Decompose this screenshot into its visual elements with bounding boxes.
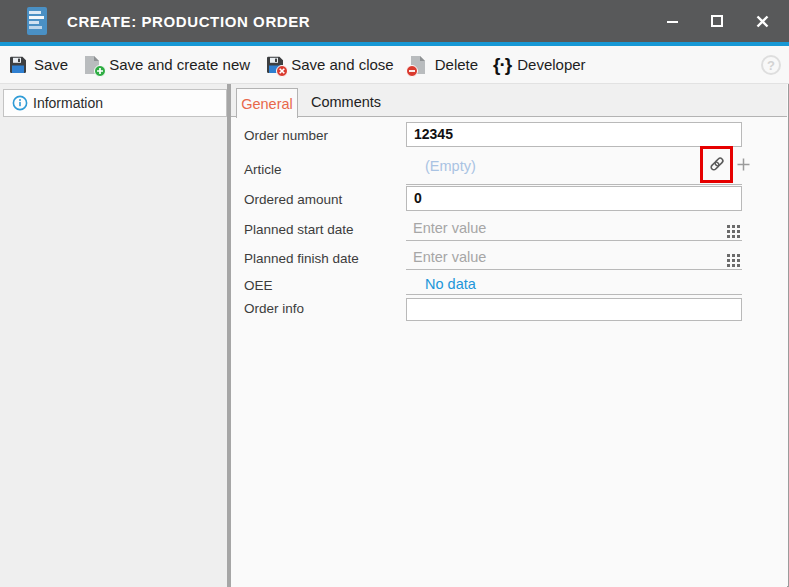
order-number-label: Order number <box>244 128 328 143</box>
save-and-close-button[interactable]: Save and close <box>265 55 394 75</box>
form-panel: General Comments Order number 12345 Arti… <box>231 84 787 587</box>
maximize-icon <box>711 15 723 27</box>
ordered-amount-label: Ordered amount <box>244 192 342 207</box>
tab-comments[interactable]: Comments <box>311 88 381 116</box>
save-and-create-new-icon <box>83 55 103 75</box>
tab-strip: General Comments <box>231 84 787 117</box>
maximize-button[interactable] <box>702 6 732 36</box>
information-label: Information <box>33 95 103 111</box>
finish-date-picker-grid-icon[interactable] <box>727 254 740 267</box>
delete-icon <box>409 55 429 75</box>
save-and-create-new-button[interactable]: Save and create new <box>83 55 250 75</box>
planned-finish-date-label: Planned finish date <box>244 251 359 266</box>
planned-start-date-underline <box>406 240 742 241</box>
close-icon <box>756 15 769 28</box>
planned-start-date-input[interactable]: Enter value <box>413 220 486 236</box>
oee-label: OEE <box>244 278 273 293</box>
tab-general[interactable]: General <box>236 88 298 118</box>
create-production-order-window: CREATE: PRODUCTION ORDER Save <box>0 0 789 587</box>
help-icon[interactable]: ? <box>761 55 781 75</box>
save-label: Save <box>34 56 68 73</box>
minimize-icon <box>666 15 679 28</box>
start-date-picker-grid-icon[interactable] <box>727 225 740 238</box>
article-add-icon[interactable] <box>737 158 750 171</box>
article-label: Article <box>244 162 282 177</box>
order-info-label: Order info <box>244 301 304 316</box>
cross-badge-icon <box>276 65 288 77</box>
article-field-underline <box>406 184 742 185</box>
delete-label: Delete <box>435 56 478 73</box>
article-value[interactable]: (Empty) <box>425 158 476 174</box>
delete-button[interactable]: Delete <box>409 55 478 75</box>
developer-braces-icon: {·} <box>493 54 511 76</box>
sidebar-item-information[interactable]: Information <box>3 89 227 117</box>
plus-badge-icon <box>94 65 106 77</box>
order-number-input[interactable]: 12345 <box>406 122 742 147</box>
oee-field-underline <box>406 294 742 295</box>
order-info-input[interactable] <box>406 298 742 321</box>
tab-strip-border <box>231 116 787 117</box>
title-bar: CREATE: PRODUCTION ORDER <box>0 0 789 42</box>
info-icon <box>12 95 28 111</box>
toolbar: Save Save and create new <box>0 46 789 84</box>
minus-badge-icon <box>406 65 418 77</box>
save-and-close-icon <box>265 55 285 75</box>
window-title: CREATE: PRODUCTION ORDER <box>67 0 310 42</box>
save-and-close-label: Save and close <box>291 56 394 73</box>
save-button[interactable]: Save <box>8 55 68 75</box>
article-link-icon[interactable] <box>708 155 726 173</box>
ordered-amount-input[interactable]: 0 <box>406 186 742 211</box>
developer-label: Developer <box>517 56 585 73</box>
navigation-sidebar: Information <box>0 84 227 587</box>
save-and-create-new-label: Save and create new <box>109 56 250 73</box>
close-button[interactable] <box>747 6 777 36</box>
planned-finish-date-underline <box>406 269 742 270</box>
oee-no-data-link[interactable]: No data <box>425 276 476 292</box>
save-floppy-icon <box>8 55 28 75</box>
document-list-app-icon <box>27 7 47 35</box>
planned-start-date-label: Planned start date <box>244 222 354 237</box>
planned-finish-date-input[interactable]: Enter value <box>413 249 486 265</box>
minimize-button[interactable] <box>657 6 687 36</box>
developer-button[interactable]: {·} Developer <box>493 54 586 76</box>
